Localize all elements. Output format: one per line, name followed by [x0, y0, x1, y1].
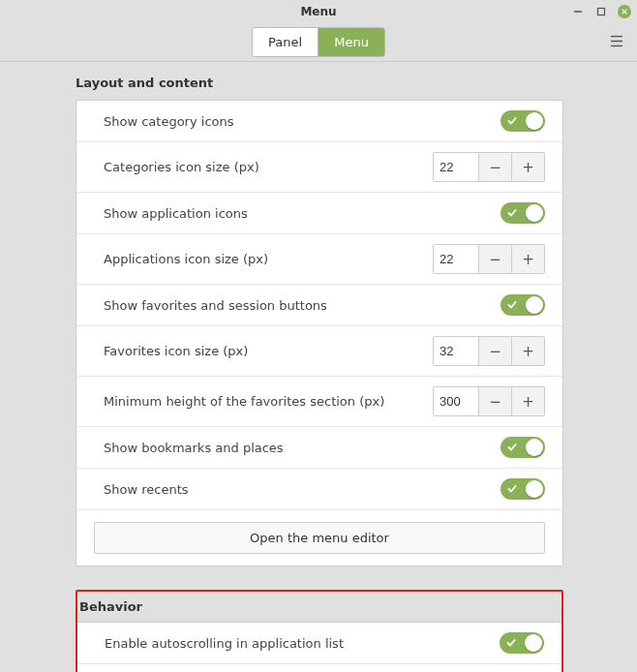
label-autoscroll: Enable autoscrolling in application list	[105, 636, 344, 651]
toggle-knob	[526, 112, 543, 130]
section-title-behavior: Behavior	[77, 599, 561, 614]
maximize-button[interactable]	[594, 5, 608, 18]
tab-group: Panel Menu	[252, 27, 385, 57]
hamburger-menu-icon[interactable]	[610, 35, 623, 49]
tab-menu[interactable]: Menu	[318, 28, 384, 56]
toggle-knob	[526, 480, 543, 498]
spin-min-height: − +	[433, 386, 545, 416]
toggle-show-favorites[interactable]	[500, 294, 545, 316]
increment-button[interactable]: +	[511, 387, 544, 415]
decrement-button[interactable]: −	[478, 387, 511, 415]
label-show-app-icons: Show application icons	[104, 206, 248, 221]
check-icon	[507, 206, 517, 221]
check-icon	[507, 114, 517, 129]
section-layout: Show category icons Categories icon size…	[76, 100, 563, 566]
label-cat-icon-size: Categories icon size (px)	[104, 160, 259, 174]
toggle-show-category-icons[interactable]	[500, 110, 545, 132]
check-icon	[506, 636, 516, 651]
increment-button[interactable]: +	[511, 153, 544, 181]
settings-window: Menu Panel Menu Layout and content Show …	[0, 0, 637, 672]
close-button[interactable]	[618, 5, 631, 18]
row-fav-icon-size: Favorites icon size (px) − +	[76, 326, 562, 377]
toggle-show-recents[interactable]	[500, 478, 545, 500]
row-show-app-icons: Show application icons	[76, 193, 562, 234]
input-fav-icon-size[interactable]	[434, 337, 478, 365]
row-show-favorites: Show favorites and session buttons	[76, 285, 562, 326]
toggle-autoscroll[interactable]	[500, 632, 544, 654]
open-menu-editor-button[interactable]: Open the menu editor	[94, 522, 545, 554]
window-controls	[571, 0, 631, 23]
input-app-icon-size[interactable]	[434, 245, 478, 273]
check-icon	[507, 298, 517, 313]
label-app-icon-size: Applications icon size (px)	[104, 252, 268, 266]
label-fav-icon-size: Favorites icon size (px)	[104, 344, 248, 358]
toggle-knob	[526, 204, 543, 222]
toggle-knob	[525, 634, 542, 652]
toggle-knob	[526, 296, 543, 314]
row-app-icon-size: Applications icon size (px) − +	[76, 234, 562, 285]
tab-panel[interactable]: Panel	[253, 28, 318, 56]
label-show-bookmarks: Show bookmarks and places	[104, 441, 284, 455]
input-cat-icon-size[interactable]	[434, 153, 478, 181]
spin-app-icon-size: − +	[433, 244, 545, 274]
label-show-category-icons: Show category icons	[104, 114, 234, 129]
window-title: Menu	[300, 5, 336, 18]
row-min-height: Minimum height of the favorites section …	[76, 377, 562, 427]
toggle-show-app-icons[interactable]	[500, 202, 545, 224]
svg-rect-1	[598, 9, 605, 15]
row-menu-editor: Open the menu editor	[76, 510, 562, 565]
toggle-knob	[526, 439, 543, 456]
spin-fav-icon-size: − +	[433, 336, 545, 366]
input-min-height[interactable]	[434, 387, 478, 415]
label-show-recents: Show recents	[104, 482, 189, 497]
label-show-favorites: Show favorites and session buttons	[104, 298, 327, 313]
decrement-button[interactable]: −	[478, 245, 511, 273]
row-show-recents: Show recents	[76, 469, 562, 510]
titlebar: Menu	[0, 0, 637, 23]
section-behavior: Enable autoscrolling in application list…	[77, 622, 561, 672]
row-show-bookmarks: Show bookmarks and places	[76, 427, 562, 469]
toggle-show-bookmarks[interactable]	[500, 437, 545, 458]
check-icon	[507, 441, 517, 455]
row-autoscroll: Enable autoscrolling in application list	[77, 623, 561, 664]
content-area: Layout and content Show category icons C…	[0, 62, 637, 672]
section-title-layout: Layout and content	[76, 76, 563, 90]
spin-cat-icon-size: − +	[433, 152, 545, 182]
check-icon	[507, 482, 517, 497]
increment-button[interactable]: +	[511, 337, 544, 365]
section-behavior-highlight: Behavior Enable autoscrolling in applica…	[76, 590, 563, 672]
row-cat-icon-size: Categories icon size (px) − +	[76, 142, 562, 193]
minimize-button[interactable]	[571, 5, 585, 18]
decrement-button[interactable]: −	[478, 337, 511, 365]
toolbar: Panel Menu	[0, 23, 637, 62]
increment-button[interactable]: +	[511, 245, 544, 273]
row-fs-path: Enable filesystem path entry in search b…	[77, 664, 561, 672]
decrement-button[interactable]: −	[478, 153, 511, 181]
label-min-height: Minimum height of the favorites section …	[104, 394, 384, 409]
row-show-category-icons: Show category icons	[76, 101, 562, 142]
